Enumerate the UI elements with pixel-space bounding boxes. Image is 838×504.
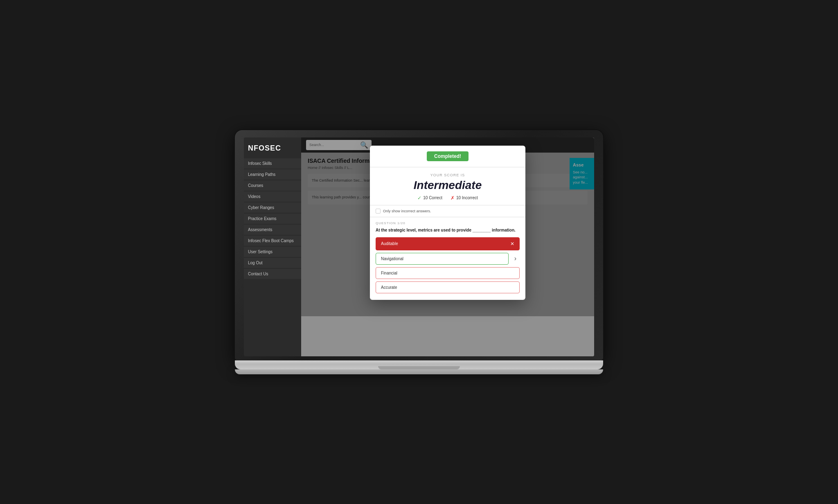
completed-banner-wrap: Completed! (370, 146, 525, 167)
answer-label-accurate: Accurate (381, 285, 397, 290)
answer-row-4: Accurate (376, 281, 520, 293)
modal-overlay: Completed! YOUR SCORE IS Intermediate ✓ … (301, 137, 594, 356)
sidebar-item-courses[interactable]: Courses (244, 180, 301, 191)
score-stats: ✓ 10 Correct ✗ 10 Incorrect (378, 195, 517, 201)
filter-row: Only show incorrect answers. (370, 205, 525, 217)
laptop-screen: NFOSEC Infosec Skills Learning Paths Cou… (244, 137, 594, 356)
sidebar-item-bootcamps[interactable]: Infosec Flex Boot Camps (244, 236, 301, 246)
check-icon: ✓ (417, 195, 421, 201)
answer-option-financial[interactable]: Financial (376, 267, 520, 279)
sidebar-item-videos[interactable]: Videos (244, 191, 301, 202)
answer-row-1: Auditable ✕ (376, 237, 520, 250)
sidebar-item-learning-paths[interactable]: Learning Paths (244, 169, 301, 180)
laptop: NFOSEC Infosec Skills Learning Paths Cou… (235, 130, 603, 374)
answer-row-3: Financial (376, 267, 520, 279)
correct-stat: ✓ 10 Correct (417, 195, 442, 201)
correct-count: 10 Correct (423, 196, 442, 200)
screen-bezel: NFOSEC Infosec Skills Learning Paths Cou… (235, 130, 603, 360)
filter-label: Only show incorrect answers. (383, 209, 431, 213)
sidebar-item-cyber-ranges[interactable]: Cyber Ranges (244, 202, 301, 213)
question-text: At the strategic level, metrics are used… (376, 227, 520, 233)
sidebar-item-contact[interactable]: Contact Us (244, 269, 301, 279)
sidebar-item-practice-exams[interactable]: Practice Exams (244, 214, 301, 224)
answer-option-accurate[interactable]: Accurate (376, 281, 520, 293)
main-area: 🔍 ISACA Certified Information Security M… (301, 137, 594, 356)
next-button[interactable]: › (511, 253, 520, 265)
sidebar-item-logout[interactable]: Log Out (244, 258, 301, 268)
screen-content: NFOSEC Infosec Skills Learning Paths Cou… (244, 137, 594, 356)
brand-logo: NFOSEC (244, 141, 301, 158)
answer-label-financial: Financial (381, 271, 397, 275)
score-title: Intermediate (378, 179, 517, 192)
answer-row-2[interactable]: Navigational › (376, 253, 520, 265)
sidebar-item-assessments[interactable]: Assessments (244, 225, 301, 235)
laptop-bottom (235, 369, 603, 374)
question-number: QUESTION 1/20 (376, 221, 520, 225)
incorrect-count: 10 Incorrect (456, 196, 478, 200)
wrong-icon: ✕ (510, 241, 514, 247)
laptop-base (235, 360, 603, 369)
sidebar: NFOSEC Infosec Skills Learning Paths Cou… (244, 137, 301, 356)
sidebar-item-infosec-skills[interactable]: Infosec Skills (244, 158, 301, 169)
answer-option-navigational[interactable]: Navigational (376, 253, 509, 265)
answer-label-navigational: Navigational (381, 256, 403, 261)
score-section: YOUR SCORE IS Intermediate ✓ 10 Correct … (370, 167, 525, 205)
question-section: QUESTION 1/20 At the strategic level, me… (370, 217, 525, 300)
answer-label-auditable: Auditable (381, 241, 398, 246)
incorrect-filter-checkbox[interactable] (376, 209, 381, 214)
score-label: YOUR SCORE IS (378, 173, 517, 177)
quiz-result-modal: Completed! YOUR SCORE IS Intermediate ✓ … (370, 146, 525, 300)
incorrect-stat: ✗ 10 Incorrect (451, 195, 478, 201)
completed-banner: Completed! (427, 151, 469, 161)
x-icon: ✗ (451, 195, 455, 201)
sidebar-item-user-settings[interactable]: User Settings (244, 247, 301, 257)
answer-option-auditable[interactable]: Auditable ✕ (376, 237, 520, 250)
